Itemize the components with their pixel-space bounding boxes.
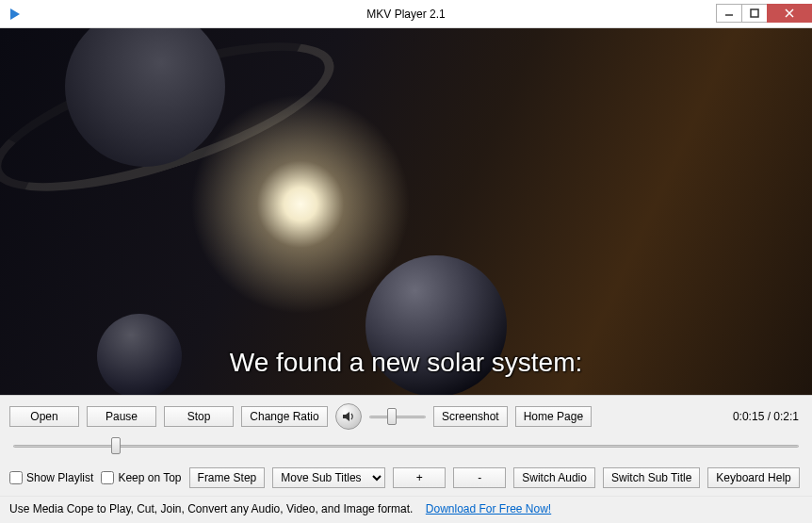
seek-slider[interactable] [13,437,799,454]
keep-on-top-checkbox[interactable]: Keep on Top [101,471,181,484]
window-controls [717,4,812,25]
show-playlist-input[interactable] [9,471,23,484]
minimize-button[interactable] [716,4,742,23]
slider-track [13,445,799,448]
frame-step-button[interactable]: Frame Step [189,467,266,488]
mute-button[interactable] [335,403,362,430]
control-row-seek [9,433,803,458]
footer-bar: Use Media Cope to Play, Cut, Join, Conve… [0,496,812,523]
speaker-icon [341,409,356,424]
slider-track [369,416,426,418]
app-icon [6,5,24,24]
volume-slider[interactable] [369,408,426,425]
keep-on-top-label: Keep on Top [118,471,181,484]
close-button[interactable] [767,4,812,23]
slider-thumb[interactable] [387,408,397,425]
svg-rect-2 [751,9,758,17]
show-playlist-checkbox[interactable]: Show Playlist [9,471,93,484]
svg-marker-5 [343,412,349,421]
switch-audio-button[interactable]: Switch Audio [513,467,595,488]
show-playlist-label: Show Playlist [26,471,93,484]
control-row-main: Open Pause Stop Change Ratio Screenshot … [9,403,803,430]
footer-download-link[interactable]: Download For Free Now! [426,502,551,515]
stop-button[interactable]: Stop [164,406,234,427]
subtitle-minus-button[interactable]: - [453,467,506,488]
footer-text: Use Media Cope to Play, Cut, Join, Conve… [9,502,413,515]
keep-on-top-input[interactable] [101,471,114,484]
move-subtitles-select[interactable]: Move Sub Titles [272,467,385,488]
video-viewport[interactable]: We found a new solar system: [0,28,812,395]
subtitle-text: We found a new solar system: [0,348,812,378]
switch-subtitle-button[interactable]: Switch Sub Title [603,467,700,488]
video-frame [0,28,812,395]
screenshot-button[interactable]: Screenshot [433,406,508,427]
open-button[interactable]: Open [9,406,79,427]
home-page-button[interactable]: Home Page [515,406,592,427]
control-panel: Open Pause Stop Change Ratio Screenshot … [0,395,812,496]
maximize-button[interactable] [741,4,768,23]
keyboard-help-button[interactable]: Keyboard Help [707,467,799,488]
change-ratio-button[interactable]: Change Ratio [241,406,328,427]
pause-button[interactable]: Pause [87,406,156,427]
svg-marker-0 [10,8,20,20]
titlebar: MKV Player 2.1 [0,0,812,28]
time-display: 0:0:15 / 0:2:1 [733,410,803,423]
slider-thumb[interactable] [111,437,121,454]
subtitle-plus-button[interactable]: + [393,467,446,488]
window-title: MKV Player 2.1 [0,8,812,21]
control-row-options: Show Playlist Keep on Top Frame Step Mov… [9,466,803,490]
